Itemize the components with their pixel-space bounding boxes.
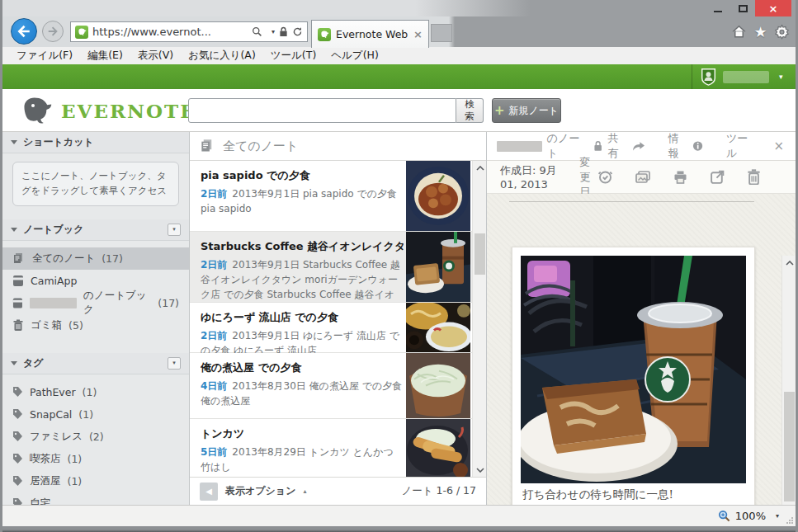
tag-count: (1) [68,475,83,487]
note-panel-scrollbar[interactable] [781,256,796,505]
minimize-button[interactable] [706,0,730,16]
notebooks-dropdown-button[interactable]: ▾ [168,224,181,236]
sidebar-tag-snapcal[interactable]: SnapCal (1) [2,403,189,426]
info-icon [692,140,703,152]
browser-tab[interactable]: Evernote Web × [311,20,429,48]
note-thumbnail [406,303,470,352]
note-title-rule [509,201,754,202]
tab-close-icon[interactable]: × [413,28,423,40]
new-tab-button[interactable] [431,24,452,42]
new-note-button[interactable]: + 新規ノート [492,98,561,123]
gear-icon [774,24,790,40]
tag-icon [12,453,23,464]
reminder-icon[interactable] [597,169,613,185]
export-icon[interactable] [710,169,725,185]
back-button[interactable] [11,18,37,45]
menu-favorites[interactable]: お気に入り(A) [181,47,263,64]
print-icon[interactable] [673,170,688,185]
note-row[interactable]: pia sapido での夕食 2日前2013年9月1日 pia sapido … [190,161,486,232]
note-list: pia sapido での夕食 2日前2013年9月1日 pia sapido … [190,161,486,477]
tools-button[interactable]: ツール [726,131,757,161]
note-row[interactable]: 俺の煮込屋 での夕食 4日前2013年8月30日 俺の煮込屋 での夕食 俺の煮込… [190,353,486,419]
sidebar-item-label: のノートブック [83,289,151,317]
status-bar: 100% ▾ [2,505,796,526]
home-button[interactable] [730,23,748,40]
menu-edit[interactable]: 編集(E) [80,47,130,64]
menu-bar: ファイル(F) 編集(E) 表示(V) お気に入り(A) ツール(T) ヘルプ(… [2,47,796,64]
sidebar-tag-famiresu[interactable]: ファミレス (2) [2,426,189,448]
collapse-list-button[interactable]: ◀ [200,483,218,501]
tab-title: Evernote Web [336,28,408,40]
zoom-caret-icon[interactable]: ▾ [776,512,779,520]
note-age: 2日前 [201,188,227,200]
note-content[interactable]: 打ち合わせの待ち時間に一息! [487,194,796,505]
scroll-down-icon[interactable] [473,463,487,477]
scroll-up-icon[interactable] [473,161,487,175]
sidebar-tag-kissaten[interactable]: 喫茶店 (1) [2,448,189,470]
share-button[interactable]: 共有 [607,131,645,161]
menu-file[interactable]: ファイル(F) [9,47,80,64]
search-input[interactable] [188,98,456,123]
resize-grip[interactable] [786,516,793,524]
tags-header-label: タグ [23,356,44,370]
new-note-label: 新規ノート [509,104,560,118]
share-arrow-icon [632,141,645,152]
menu-view[interactable]: 表示(V) [130,47,181,64]
note-title: pia sapido での夕食 [201,168,404,183]
info-button[interactable]: 情報 [668,131,703,161]
tags-dropdown-button[interactable]: ▾ [168,357,181,370]
favorites-button[interactable]: ★ [752,23,769,40]
title-bar: × [2,0,796,16]
note-list-scrollbar[interactable] [472,161,486,477]
delete-note-icon[interactable] [747,169,761,185]
panel-close-icon[interactable]: × [773,139,784,153]
minimize-icon [714,11,722,12]
note-snippet: 2013年8月30日 俺の煮込屋 での夕食 俺の煮込屋 [201,380,402,407]
account-menu[interactable]: ▾ [692,64,796,89]
note-row-selected[interactable]: Starbucks Coffee 越谷イオンレイクタウン moriガ 2日前20… [190,232,486,303]
note-thumbnail [406,353,470,418]
shortcuts-header[interactable]: ショートカット [2,132,189,153]
tags-header[interactable]: タグ ▾ [2,353,189,374]
sidebar-tag-jitaku[interactable]: 自宅 [2,492,189,505]
notebooks-header[interactable]: ノートブック ▾ [2,219,189,241]
sidebar-item-trash[interactable]: ゴミ箱 (5) [2,314,189,337]
all-notes-icon [12,252,26,265]
search-button[interactable]: 検索 [456,98,484,123]
note-age: 4日前 [201,380,227,392]
scrollbar-thumb[interactable] [784,392,795,501]
photo-starbucks-coffee-and-cake [521,256,746,483]
menu-tools[interactable]: ツール(T) [263,47,323,64]
note-row[interactable]: ゆにろーず 流山店 での夕食 2日前2013年9月1日 ゆにろーず 流山店 での… [190,303,486,353]
chevron-down-icon: ▾ [172,226,176,233]
zoom-magnifier-icon [718,510,730,522]
notebook-icon [12,297,23,309]
sidebar-item-user-notebook[interactable]: のノートブック (17) [2,292,189,314]
sidebar-item-all-notes[interactable]: 全てのノート (17) [2,247,189,270]
zoom-level[interactable]: 100% [735,510,766,522]
menu-help[interactable]: ヘルプ(H) [323,47,386,64]
evernote-logo: EVERNOTE [21,94,196,127]
account-caret-icon: ▾ [779,73,783,81]
note-age: 2日前 [201,330,227,341]
search-icon[interactable] [252,26,262,37]
note-row[interactable]: トンカツ 5日前2013年8月29日 トンカツ とんかつ 竹はし [190,419,486,477]
display-options-toggle[interactable]: 表示オプション [225,484,295,498]
notebooks-list: 全てのノート (17) CamiApp のノートブック (17) ゴミ箱 (5) [2,241,189,345]
address-caret-icon[interactable]: ▾ [272,28,275,35]
forward-button[interactable] [42,21,64,42]
lock-icon [279,26,288,37]
sidebar-tag-pathever[interactable]: PathEver (1) [2,381,189,403]
maximize-button[interactable] [730,0,755,16]
close-button[interactable]: × [755,0,791,16]
sidebar-tag-izakaya[interactable]: 居酒屋 (1) [2,470,189,492]
scrollbar-thumb[interactable] [475,233,485,275]
address-bar[interactable]: https://www.evernot... ▾ [70,21,308,42]
presentation-icon[interactable] [635,170,651,185]
chevron-down-icon: ▾ [172,360,176,366]
scroll-up-icon[interactable] [782,256,796,270]
note-list-footer: ◀ 表示オプション ▴ ノート 1-6 / 17 [190,477,486,505]
navigation-bar: https://www.evernot... ▾ Evernote Web × … [2,16,796,47]
refresh-icon[interactable] [292,26,303,37]
settings-button[interactable] [773,23,791,40]
